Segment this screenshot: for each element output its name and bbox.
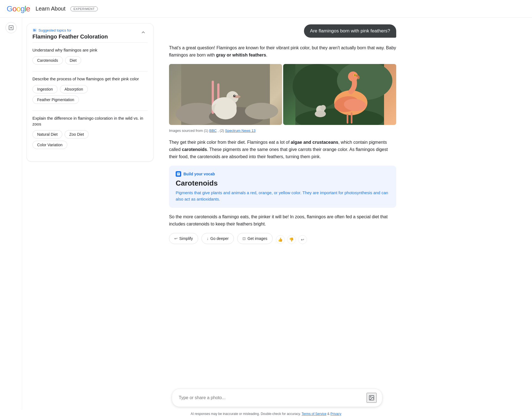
thumbs-up-icon: 👍 xyxy=(278,237,283,242)
go-deeper-button[interactable]: ↓ Go deeper xyxy=(201,233,234,244)
simplify-button[interactable]: ↩ Simplify xyxy=(169,233,198,244)
vocab-word: Carotenoids xyxy=(176,179,390,188)
svg-point-10 xyxy=(245,103,278,119)
thumbs-down-icon: 👎 xyxy=(289,237,294,242)
images-row xyxy=(169,64,396,125)
share-icon: ↩ xyxy=(301,237,304,242)
suggested-label-icon xyxy=(32,28,37,32)
image-caption: Images sourced from (1) BBC , (2) Spectr… xyxy=(169,128,396,133)
svg-point-18 xyxy=(212,103,231,114)
get-images-button[interactable]: ⊡ Get images xyxy=(237,233,273,244)
header-title: Learn About xyxy=(35,6,65,12)
bbc-link[interactable]: BBC xyxy=(209,129,217,133)
topics-header-left: Suggested topics for Flamingo Feather Co… xyxy=(32,28,139,40)
svg-point-32 xyxy=(315,111,326,117)
input-bar xyxy=(172,389,382,407)
vocab-card: Build your vocab Carotenoids Pigments th… xyxy=(169,166,396,208)
svg-rect-30 xyxy=(351,112,352,124)
svg-rect-5 xyxy=(33,30,36,30)
vocab-definition: Pigments that give plants and animals a … xyxy=(176,190,390,202)
topics-header: Suggested topics for Flamingo Feather Co… xyxy=(32,28,148,40)
chip-ingestion[interactable]: Ingestion xyxy=(32,85,58,93)
topic-section-3: Explain the difference in flamingo color… xyxy=(32,111,148,156)
svg-point-26 xyxy=(354,75,355,76)
logo-letter-o2: o xyxy=(16,4,21,13)
page-footer: AI responses may be inaccurate or mislea… xyxy=(0,410,532,418)
chip-zoo-diet[interactable]: Zoo Diet xyxy=(65,130,89,139)
chip-absorption[interactable]: Absorption xyxy=(60,85,88,93)
action-buttons: ↩ Simplify ↓ Go deeper ⊡ Get images 👍 xyxy=(169,233,396,244)
spectrum-news-link[interactable]: Spectrum News 13 xyxy=(225,129,255,133)
chat-input[interactable] xyxy=(179,395,367,400)
chip-carotenoids[interactable]: Carotenoids xyxy=(32,56,63,65)
compose-button[interactable] xyxy=(6,22,17,33)
topic-question-3: Explain the difference in flamingo color… xyxy=(32,115,148,127)
svg-rect-6 xyxy=(33,31,35,31)
body-text-1: They get their pink color from their die… xyxy=(169,139,396,160)
chips-row-2: Ingestion Absorption xyxy=(32,85,148,93)
question-bubble: Are flamingos born with pink feathers? xyxy=(304,24,396,38)
header: G o o g l e Learn About EXPERIMENT xyxy=(0,0,532,18)
flamingo-baby-visual xyxy=(169,64,282,125)
chips-row-2b: Feather Pigmentation xyxy=(32,96,148,104)
main-layout: Suggested topics for Flamingo Feather Co… xyxy=(0,18,532,418)
caption-text-middle: , (2) xyxy=(218,129,225,133)
topic-section-1: Understand why flamingos are pink Carote… xyxy=(32,42,148,71)
footer-text: So the more carotenoids a flamingo eats,… xyxy=(169,213,396,227)
google-logo: G o o g l e xyxy=(7,4,30,13)
vocab-icon xyxy=(176,171,181,177)
topic-question-2: Describe the process of how flamingos ge… xyxy=(32,76,148,82)
thumbs-down-button[interactable]: 👎 xyxy=(287,235,296,244)
input-bar-container xyxy=(22,389,532,407)
simplify-icon: ↩ xyxy=(174,236,178,241)
svg-point-33 xyxy=(320,105,326,111)
topic-question-1: Understand why flamingos are pink xyxy=(32,47,148,53)
topics-panel: Suggested topics for Flamingo Feather Co… xyxy=(22,18,158,418)
svg-rect-4 xyxy=(33,29,35,30)
topics-title: Flamingo Feather Coloration xyxy=(32,33,139,40)
chips-row-3: Natural Diet Zoo Diet xyxy=(32,130,148,139)
flamingo-adult-visual xyxy=(283,64,396,125)
logo-letter-g: G xyxy=(7,4,12,13)
chip-natural-diet[interactable]: Natural Diet xyxy=(32,130,62,139)
thumbs-up-button[interactable]: 👍 xyxy=(276,235,285,244)
intro-text: That's a great question! Flamingos are k… xyxy=(169,44,396,58)
chip-feather-pigmentation[interactable]: Feather Pigmentation xyxy=(32,96,79,104)
chips-row-1: Carotenoids Diet xyxy=(32,56,148,65)
privacy-link[interactable]: Privacy xyxy=(331,412,341,416)
go-deeper-icon: ↓ xyxy=(207,236,209,241)
topics-card: Suggested topics for Flamingo Feather Co… xyxy=(27,23,154,161)
svg-rect-29 xyxy=(347,114,348,124)
image-upload-button[interactable] xyxy=(367,393,377,403)
content-area: Are flamingos born with pink feathers? T… xyxy=(158,18,407,418)
flamingo-baby-image xyxy=(169,64,282,125)
footer-disclaimer: AI responses may be inaccurate or mislea… xyxy=(191,412,301,416)
collapse-button[interactable] xyxy=(139,28,148,37)
svg-point-17 xyxy=(234,95,235,96)
chips-row-3b: Color Variation xyxy=(32,141,148,149)
sidebar-icon-col xyxy=(0,18,22,418)
get-images-icon: ⊡ xyxy=(242,236,246,241)
caption-text-before: Images sourced from (1) xyxy=(169,129,209,133)
experiment-badge: EXPERIMENT xyxy=(70,6,98,11)
svg-rect-35 xyxy=(178,173,180,174)
logo-letter-o1: o xyxy=(12,4,17,13)
vocab-header: Build your vocab xyxy=(176,171,390,177)
topic-section-2: Describe the process of how flamingos ge… xyxy=(32,71,148,111)
content-body: That's a great question! Flamingos are k… xyxy=(169,44,396,244)
footer-separator: & xyxy=(327,412,330,416)
logo-letter-e: e xyxy=(26,4,30,13)
vocab-header-text: Build your vocab xyxy=(183,172,215,176)
feedback-row: 👍 👎 ↩ xyxy=(276,235,307,244)
chip-color-variation[interactable]: Color Variation xyxy=(32,141,67,149)
suggested-label: Suggested topics for xyxy=(32,28,139,32)
svg-point-38 xyxy=(370,396,371,397)
svg-rect-36 xyxy=(178,174,179,174)
flamingo-adult-image xyxy=(283,64,396,125)
share-button[interactable]: ↩ xyxy=(298,235,307,244)
terms-of-service-link[interactable]: Terms of Service xyxy=(302,412,326,416)
chip-diet[interactable]: Diet xyxy=(65,56,81,65)
logo-letter-g2: g xyxy=(21,4,25,13)
